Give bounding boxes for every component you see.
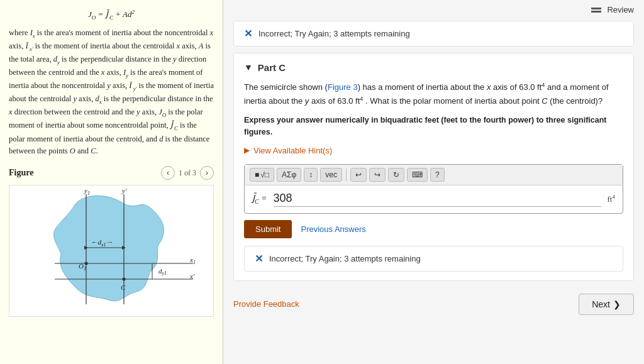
hint-arrow-icon: ▶ (244, 146, 250, 155)
matrix-icon: ■ (255, 170, 259, 179)
svg-text:dy1: dy1 (158, 267, 167, 276)
incorrect-text-top: Incorrect; Try Again; 3 attempts remaini… (258, 29, 410, 38)
keyboard-icon: ⌨ (412, 170, 423, 179)
figure-svg: ←dx1→ dy1 y1 y′ x1 x′ O1 C (23, 188, 199, 314)
left-panel: JO = J̄ C + Ad2 where Ix is the area's m… (0, 0, 223, 364)
vec-button[interactable]: vec (320, 168, 342, 182)
pipe-icon: ↕ (309, 170, 313, 179)
svg-point-15 (85, 262, 88, 265)
incorrect-icon-top: ✕ (244, 28, 252, 40)
figure-section: Figure ‹ 1 of 3 › (9, 166, 214, 317)
svg-text:x′: x′ (189, 272, 195, 280)
greek-label: AΣφ (282, 170, 296, 179)
hint-link[interactable]: View Available Hint(s) (253, 146, 332, 155)
incorrect-banner-top: ✕ Incorrect; Try Again; 3 attempts remai… (233, 21, 634, 47)
undo-button[interactable]: ↩ (350, 168, 367, 182)
previous-answers-link[interactable]: Previous Answers (301, 224, 365, 234)
submit-button[interactable]: Submit (244, 220, 292, 238)
incorrect-banner-bottom: ✕ Incorrect; Try Again; 3 attempts remai… (244, 246, 623, 272)
pipe-button[interactable]: ↕ (304, 168, 318, 182)
review-button[interactable]: Review (591, 5, 634, 14)
formula-text: JO = J̄ C + Ad2 (9, 8, 214, 22)
submit-row: Submit Previous Answers (244, 220, 623, 238)
right-panel: Review ✕ Incorrect; Try Again; 3 attempt… (223, 0, 644, 364)
part-arrow: ▼ (244, 63, 253, 73)
help-button[interactable]: ? (430, 168, 445, 182)
part-label: Part C (258, 62, 286, 73)
figure-nav: ‹ 1 of 3 › (161, 166, 214, 180)
undo-icon: ↩ (355, 170, 362, 179)
next-button[interactable]: Next ❯ (579, 294, 634, 315)
next-label: Next (592, 299, 610, 309)
feedback-row: Provide Feedback Next ❯ (223, 287, 644, 323)
emphasis-text: Express your answer numerically in biqua… (244, 114, 623, 138)
math-label: J̄C = (252, 193, 267, 205)
refresh-icon: ↻ (393, 170, 399, 179)
figure-ref: Figure 3 (328, 82, 358, 92)
figure-next-button[interactable]: › (200, 166, 214, 180)
answer-input[interactable] (274, 192, 601, 207)
review-icon (591, 8, 601, 13)
redo-button[interactable]: ↪ (369, 168, 386, 182)
next-chevron-icon: ❯ (613, 299, 621, 309)
vec-label: vec (325, 170, 337, 179)
redo-icon: ↪ (374, 170, 380, 179)
incorrect-icon-bottom: ✕ (255, 253, 263, 265)
greek-button[interactable]: AΣφ (277, 168, 301, 182)
incorrect-text-bottom: Incorrect; Try Again; 3 attempts remaini… (269, 254, 421, 263)
hint-row: ▶ View Available Hint(s) (244, 146, 623, 155)
part-c-section: ▼ Part C The semicircle shown (Figure 3)… (233, 53, 634, 281)
review-label: Review (607, 5, 634, 14)
feedback-link[interactable]: Provide Feedback (233, 299, 299, 309)
description-text: where Ix is the area's moment of inertia… (9, 27, 214, 157)
figure-header: Figure ‹ 1 of 3 › (9, 166, 214, 180)
keyboard-button[interactable]: ⌨ (407, 168, 428, 182)
toolbar-separator (346, 168, 347, 181)
svg-text:y′: y′ (121, 188, 127, 194)
unit-label: ft4 (608, 194, 616, 204)
help-icon: ? (435, 170, 440, 179)
review-bar: Review (223, 0, 644, 17)
toolbar: ■ √□ AΣφ ↕ vec ↩ ↪ (245, 165, 623, 185)
figure-container: ←dx1→ dy1 y1 y′ x1 x′ O1 C (9, 185, 214, 317)
svg-text:y1: y1 (84, 188, 90, 196)
sqrt-icon: √□ (260, 170, 269, 179)
math-input-row: J̄C = ft4 (245, 185, 623, 213)
part-header: ▼ Part C (244, 62, 623, 73)
question-text: The semicircle shown (Figure 3) has a mo… (244, 80, 623, 108)
figure-title: Figure (9, 166, 33, 180)
svg-text:x1: x1 (189, 256, 196, 265)
figure-nav-text: 1 of 3 (179, 167, 196, 179)
svg-point-14 (123, 278, 126, 281)
svg-text:C: C (121, 284, 126, 291)
figure-prev-button[interactable]: ‹ (161, 166, 175, 180)
refresh-button[interactable]: ↻ (388, 168, 404, 182)
input-area: ■ √□ AΣφ ↕ vec ↩ ↪ (244, 164, 623, 214)
matrix-button[interactable]: ■ √□ (250, 168, 274, 182)
